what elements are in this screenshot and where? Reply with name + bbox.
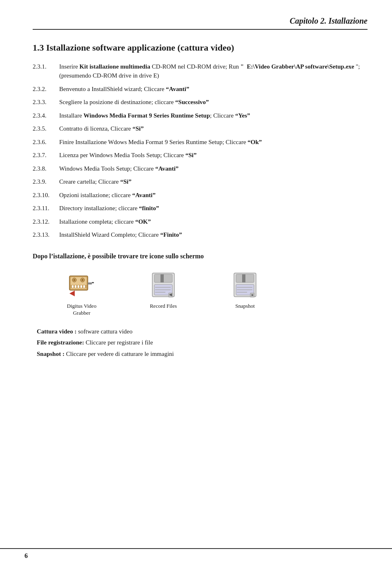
list-item: 2.3.10. Opzioni istallazione; cliccare “… [33,191,368,200]
numbered-list: 2.3.1. Inserire Kit istallazione multime… [33,62,368,240]
item-content: InstallShield Wizard Completo; Cliccare … [59,230,368,240]
svg-rect-8 [75,285,76,288]
item-content: Installare Windows Media Format 9 Series… [59,111,368,120]
page-number: 6 [24,552,28,560]
snapshot-icon-item: Snapshot [220,271,270,310]
svg-rect-12 [88,282,92,284]
item-number: 2.3.3. [33,98,59,107]
item-number: 2.3.10. [33,191,59,200]
item-content: Directory installazione; cliccare “finit… [59,204,368,213]
item-content: Licenza per Windows Media Tools Setup; C… [59,151,368,160]
item-number: 2.3.2. [33,84,59,94]
snapshot-icon [231,271,259,300]
list-item: 2.3.9. Creare cartella; Cliccare “Si” [33,177,368,187]
page-wrapper: Capitolo 2. Istallazione 1.3 Istallazion… [0,0,392,571]
list-item: 2.3.12. Istallazione completa; cliccare … [33,217,368,227]
desc-file-registrazione: File registrazione: Cliccare per registr… [33,338,368,347]
item-content: Scegliere la posizione di destinazione; … [59,98,368,107]
item-number: 2.3.9. [33,177,59,187]
digitus-video-grabber-label: Digitus VideoGrabber [67,303,96,317]
item-content: Istallazione completa; cliccare “OK” [59,217,368,227]
page-header: Capitolo 2. Istallazione [33,16,368,30]
page-footer: 6 [0,548,392,563]
list-item: 2.3.6. Finire Installazione Wdows Media … [33,138,368,147]
item-content: Contratto di licenza, Cliccare “Si” [59,124,368,133]
list-item: 2.3.5. Contratto di licenza, Cliccare “S… [33,124,368,133]
list-item: 2.3.1. Inserire Kit istallazione multime… [33,62,368,80]
item-content: Windows Media Tools Setup; Cliccare “Ava… [59,164,368,173]
desc-snapshot: Snapshot : Cliccare per vedere di cattur… [33,349,368,359]
svg-rect-26 [242,274,245,282]
svg-rect-7 [72,285,74,288]
digitus-video-grabber-icon-item: Digitus VideoGrabber [57,271,106,317]
list-item: 2.3.8. Windows Media Tools Setup; Clicca… [33,164,368,173]
list-item: 2.3.3. Scegliere la posizione di destina… [33,98,368,107]
item-number: 2.3.13. [33,230,59,240]
svg-point-3 [74,279,75,281]
svg-rect-17 [160,274,164,282]
svg-point-5 [82,279,83,281]
digitus-video-grabber-icon [67,271,96,300]
section-heading: 1.3 Istallazione software applicazione (… [33,42,368,54]
chapter-title: Capitolo 2. Istallazione [290,16,368,26]
snapshot-label: Snapshot [235,303,255,310]
list-item: 2.3.2. Benvenuto a InstallShield wizard;… [33,84,368,94]
item-number: 2.3.8. [33,164,59,173]
descriptions: Cattura video : software cattura video F… [33,327,368,359]
icons-section: Dopo l’istallazione, è possibile trovare… [33,252,368,317]
list-item: 2.3.11. Directory installazione; cliccar… [33,204,368,213]
item-number: 2.3.11. [33,204,59,213]
record-files-label: Record Files [150,303,177,310]
item-content: Creare cartella; Cliccare “Si” [59,177,368,187]
list-item: 2.3.4. Installare Windows Media Format 9… [33,111,368,120]
item-content: Benvenuto a InstallShield wizard; Clicca… [59,84,368,94]
item-number: 2.3.5. [33,124,59,133]
item-content: Finire Installazione Wdows Media Format … [59,138,368,147]
record-files-icon [149,271,178,300]
record-files-icon-item: Record Files [139,271,188,310]
item-number: 2.3.12. [33,217,59,227]
item-number: 2.3.7. [33,151,59,160]
svg-rect-10 [80,285,82,288]
svg-rect-9 [78,285,79,288]
desc-cattura: Cattura video : software cattura video [33,327,368,336]
item-content: Opzioni istallazione; cliccare “Avanti” [59,191,368,200]
icons-row: Digitus VideoGrabber [57,271,368,317]
svg-rect-13 [92,282,94,283]
list-item: 2.3.7. Licenza per Windows Media Tools S… [33,151,368,160]
icons-intro: Dopo l’istallazione, è possibile trovare… [33,252,368,261]
item-number: 2.3.4. [33,111,59,120]
svg-marker-14 [69,291,75,296]
item-content: Inserire Kit istallazione multimedia CD-… [59,62,368,80]
item-number: 2.3.6. [33,138,59,147]
list-item: 2.3.13. InstallShield Wizard Completo; C… [33,230,368,240]
svg-rect-11 [83,285,85,288]
item-number: 2.3.1. [33,62,59,80]
